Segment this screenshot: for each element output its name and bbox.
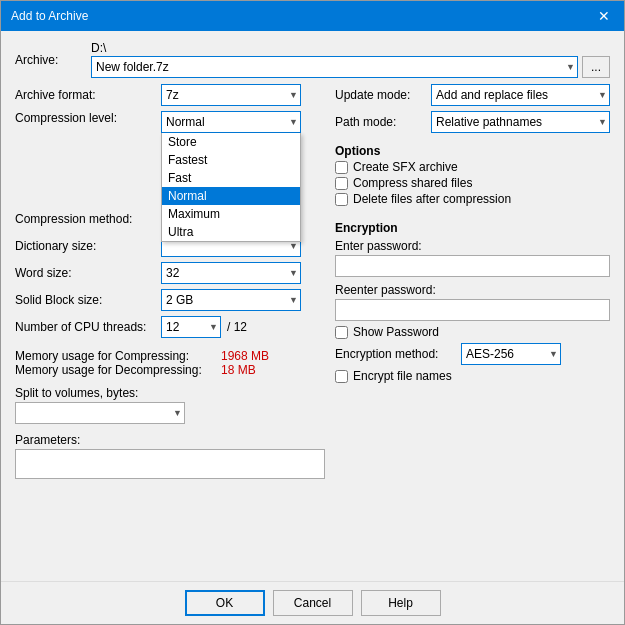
compression-level-dropdown: Store Fastest Fast Normal Maximum Ultra [161,133,301,242]
dictionary-size-arrow-icon: ▼ [289,241,298,251]
compression-option-fastest[interactable]: Fastest [162,151,300,169]
encryption-method-arrow-icon: ▼ [549,349,558,359]
word-size-arrow-icon: ▼ [289,268,298,278]
options-section: Options Create SFX archive Compress shar… [335,144,610,206]
reenter-password-section: Reenter password: [335,283,610,321]
compression-option-store[interactable]: Store [162,133,300,151]
params-input[interactable] [15,449,325,479]
word-size-combo[interactable]: 32 ▼ [161,262,301,284]
cpu-threads-combo[interactable]: 12 ▼ [161,316,221,338]
archive-label: Archive: [15,53,85,67]
two-col-layout: Archive format: 7z ▼ Compression level: … [15,84,610,571]
path-mode-combo-wrapper: Relative pathnames ▼ [431,111,610,133]
encryption-label: Encryption [335,221,398,235]
reenter-password-input[interactable] [335,299,610,321]
close-button[interactable]: ✕ [594,9,614,23]
path-mode-row: Path mode: Relative pathnames ▼ [335,111,610,133]
word-size-row: Word size: 32 ▼ [15,262,325,284]
archive-format-combo-wrapper: 7z ▼ [161,84,301,106]
memory-compress-label: Memory usage for Compressing: [15,349,215,363]
delete-after-checkbox[interactable] [335,193,348,206]
compression-level-arrow-icon: ▼ [289,117,298,127]
enter-password-input[interactable] [335,255,610,277]
create-sfx-label: Create SFX archive [353,160,458,174]
create-sfx-checkbox[interactable] [335,161,348,174]
update-mode-row: Update mode: Add and replace files ▼ [335,84,610,106]
cpu-threads-label: Number of CPU threads: [15,320,155,334]
ok-button[interactable]: OK [185,590,265,616]
memory-decompress-label: Memory usage for Decompressing: [15,363,215,377]
solid-block-label: Solid Block size: [15,293,155,307]
archive-dir: D:\ [91,41,610,55]
word-size-label: Word size: [15,266,155,280]
params-label: Parameters: [15,433,80,447]
compress-shared-row: Compress shared files [335,176,610,190]
enter-password-label: Enter password: [335,239,422,253]
compression-level-combo-wrapper: Normal ▼ Store Fastest Fast Normal Maxim… [161,111,301,133]
encryption-section: Encryption Enter password: Reenter passw… [335,221,610,383]
split-label: Split to volumes, bytes: [15,386,138,400]
update-mode-combo[interactable]: Add and replace files ▼ [431,84,610,106]
options-label: Options [335,144,380,158]
compression-level-combo[interactable]: Normal ▼ [161,111,301,133]
memory-section: Memory usage for Compressing: 1968 MB Me… [15,349,325,377]
split-section: Split to volumes, bytes: ▼ [15,386,325,424]
memory-decompress-row: Memory usage for Decompressing: 18 MB [15,363,325,377]
browse-button[interactable]: ... [582,56,610,78]
solid-block-arrow-icon: ▼ [289,295,298,305]
solid-block-row: Solid Block size: 2 GB ▼ [15,289,325,311]
right-column: Update mode: Add and replace files ▼ Pat… [335,84,610,571]
path-mode-combo[interactable]: Relative pathnames ▼ [431,111,610,133]
compress-shared-checkbox[interactable] [335,177,348,190]
delete-after-label: Delete files after compression [353,192,511,206]
show-password-checkbox[interactable] [335,326,348,339]
update-mode-arrow-icon: ▼ [598,90,607,100]
solid-block-combo[interactable]: 2 GB ▼ [161,289,301,311]
archive-combo-arrow-icon: ▼ [566,62,575,72]
encrypt-names-checkbox[interactable] [335,370,348,383]
create-sfx-row: Create SFX archive [335,160,610,174]
update-mode-label: Update mode: [335,88,425,102]
encryption-method-combo[interactable]: AES-256 ▼ [461,343,561,365]
show-password-label: Show Password [353,325,439,339]
memory-compress-value: 1968 MB [221,349,269,363]
compression-level-label: Compression level: [15,111,155,125]
archive-path-combo[interactable]: New folder.7z ▼ [91,56,578,78]
split-input[interactable]: ▼ [15,402,185,424]
encryption-method-label: Encryption method: [335,347,455,361]
show-password-row: Show Password [335,325,610,339]
archive-path-row: D:\ New folder.7z ▼ ... [91,41,610,78]
reenter-password-label: Reenter password: [335,283,436,297]
cpu-threads-arrow-icon: ▼ [209,322,218,332]
dialog-title: Add to Archive [11,9,88,23]
dialog-footer: OK Cancel Help [1,581,624,624]
encrypt-names-label: Encrypt file names [353,369,452,383]
archive-format-combo[interactable]: 7z ▼ [161,84,301,106]
archive-row: Archive: D:\ New folder.7z ▼ ... [15,41,610,78]
dictionary-size-label: Dictionary size: [15,239,155,253]
cpu-threads-max: / 12 [227,320,247,334]
compression-method-label: Compression method: [15,212,155,226]
archive-format-arrow-icon: ▼ [289,90,298,100]
memory-decompress-value: 18 MB [221,363,256,377]
compression-option-normal[interactable]: Normal [162,187,300,205]
title-bar: Add to Archive ✕ [1,1,624,31]
add-to-archive-dialog: Add to Archive ✕ Archive: D:\ New folder… [0,0,625,625]
split-arrow-icon: ▼ [173,408,182,418]
params-section: Parameters: [15,433,325,479]
compression-option-ultra[interactable]: Ultra [162,223,300,241]
compression-option-maximum[interactable]: Maximum [162,205,300,223]
solid-block-combo-wrapper: 2 GB ▼ [161,289,301,311]
update-mode-combo-wrapper: Add and replace files ▼ [431,84,610,106]
dialog-body: Archive: D:\ New folder.7z ▼ ... [1,31,624,581]
help-button[interactable]: Help [361,590,441,616]
cancel-button[interactable]: Cancel [273,590,353,616]
path-mode-label: Path mode: [335,115,425,129]
archive-format-row: Archive format: 7z ▼ [15,84,325,106]
compression-level-row: Compression level: Normal ▼ Store Fastes… [15,111,325,133]
encrypt-names-row: Encrypt file names [335,369,610,383]
cpu-threads-row: Number of CPU threads: 12 ▼ / 12 [15,316,325,338]
compression-option-fast[interactable]: Fast [162,169,300,187]
encryption-method-row: Encryption method: AES-256 ▼ [335,343,610,365]
memory-compress-row: Memory usage for Compressing: 1968 MB [15,349,325,363]
